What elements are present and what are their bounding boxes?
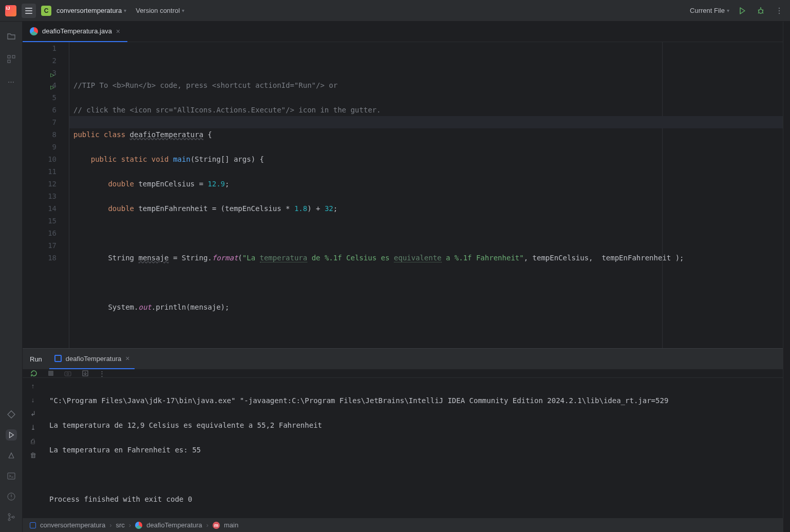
- top-toolbar-left: C conversortemperatura ▾ Version control…: [5, 4, 184, 18]
- breadcrumb-item[interactable]: conversortemperatura: [40, 521, 105, 529]
- console-line: La temperatura en Fahrenheit es: 55: [49, 444, 777, 456]
- run-body: ↑ ↓ ↲ ⤓ ⎙ 🗑 "C:\Program Files\Java\jdk-1…: [23, 378, 783, 532]
- run-toolbar: ⋮: [23, 369, 783, 378]
- console-gutter: ↑ ↓ ↲ ⤓ ⎙ 🗑: [23, 378, 43, 532]
- run-tool-window: Run deafioTemperatura × ⋮ ↑: [23, 348, 783, 518]
- git-tool-icon[interactable]: [6, 511, 17, 523]
- structure-tool-icon[interactable]: [6, 53, 17, 65]
- method-icon: m: [213, 522, 220, 529]
- vcs-label: Version control: [136, 7, 180, 14]
- close-tab-icon[interactable]: ×: [125, 354, 129, 363]
- project-badge: C: [41, 6, 51, 16]
- editor-tabs: deafioTemperatura.java ×: [23, 22, 783, 42]
- run-button[interactable]: [737, 5, 748, 16]
- chevron-down-icon: ▾: [124, 8, 126, 13]
- run-tool-title: Run: [30, 355, 42, 363]
- chevron-down-icon: ▾: [182, 8, 184, 13]
- console-line: La temperatura de 12,9 Celsius es equiva…: [49, 419, 777, 431]
- code-content[interactable]: //TIP To <b>Run</b> code, press <shortcu…: [69, 42, 783, 348]
- run-config-selector[interactable]: Current File ▾: [690, 7, 729, 14]
- scroll-end-icon[interactable]: ⤓: [30, 424, 36, 431]
- chevron-right-icon: ›: [109, 521, 111, 529]
- run-tabs: Run deafioTemperatura ×: [23, 349, 783, 369]
- debug-button[interactable]: [755, 5, 766, 16]
- svg-point-10: [8, 514, 10, 516]
- main-area: ⋯ deafioTemperatura.java ×: [0, 22, 790, 532]
- java-class-icon: [30, 27, 38, 35]
- editor-tab[interactable]: deafioTemperatura.java ×: [23, 22, 127, 42]
- svg-point-11: [8, 519, 10, 521]
- svg-rect-13: [48, 371, 53, 376]
- stop-button[interactable]: [47, 370, 54, 377]
- svg-rect-6: [8, 60, 10, 63]
- svg-point-3: [779, 12, 780, 13]
- breadcrumb-item[interactable]: src: [116, 521, 125, 529]
- app-window: C conversortemperatura ▾ Version control…: [0, 0, 790, 532]
- wrap-icon[interactable]: ↲: [30, 410, 36, 417]
- run-config-label: Current File: [690, 7, 725, 14]
- more-tools-icon[interactable]: ⋯: [6, 76, 17, 87]
- more-icon[interactable]: ⋮: [99, 370, 105, 377]
- svg-rect-14: [65, 372, 71, 376]
- editor-gutter: 1 2 3▷ 4▷ 5 6 7 8 9 10 11 12 13 14 15 16: [23, 42, 69, 348]
- code-editor[interactable]: 1 2 3▷ 4▷ 5 6 7 8 9 10 11 12 13 14 15 16: [23, 42, 783, 348]
- top-toolbar: C conversortemperatura ▾ Version control…: [0, 0, 790, 22]
- console-line: Process finished with exit code 0: [49, 493, 777, 505]
- svg-point-12: [12, 516, 14, 518]
- java-class-icon: [135, 522, 142, 529]
- rerun-button[interactable]: [30, 369, 38, 377]
- left-tool-rail: ⋯: [0, 22, 23, 532]
- build-tool-icon[interactable]: [6, 450, 17, 461]
- svg-rect-8: [8, 473, 15, 479]
- print-icon[interactable]: ⎙: [31, 438, 35, 445]
- svg-point-1: [779, 7, 780, 8]
- current-line-highlight: [69, 116, 783, 128]
- center-area: deafioTemperatura.java × 1 2 3▷ 4▷ 5 6 7…: [23, 22, 783, 532]
- svg-marker-7: [8, 411, 15, 418]
- trash-icon[interactable]: 🗑: [30, 451, 36, 459]
- svg-rect-5: [12, 55, 15, 58]
- project-selector[interactable]: conversortemperatura ▾: [57, 7, 126, 14]
- top-toolbar-right: Current File ▾: [690, 5, 785, 16]
- vcs-menu[interactable]: Version control ▾: [136, 7, 184, 14]
- svg-point-2: [779, 10, 780, 11]
- chevron-right-icon: ›: [206, 521, 209, 529]
- navigation-breadcrumb: conversortemperatura › src › deafioTempe…: [23, 518, 783, 532]
- chevron-right-icon: ›: [129, 521, 131, 529]
- chevron-down-icon: ▾: [727, 8, 729, 13]
- run-config-tab[interactable]: deafioTemperatura ×: [49, 349, 135, 369]
- project-name: conversortemperatura: [57, 7, 122, 14]
- camera-icon[interactable]: [64, 369, 72, 377]
- run-tool-icon[interactable]: [6, 429, 17, 441]
- intellij-logo-icon: [5, 5, 16, 16]
- problems-tool-icon[interactable]: [6, 491, 17, 502]
- export-icon[interactable]: [81, 369, 89, 377]
- terminal-tool-icon[interactable]: [6, 470, 17, 482]
- more-actions-button[interactable]: [774, 5, 785, 16]
- module-icon: [30, 522, 36, 528]
- console-line: "C:\Program Files\Java\jdk-17\bin\java.e…: [49, 394, 777, 407]
- close-tab-icon[interactable]: ×: [116, 27, 120, 35]
- right-gutter-stripe: [783, 22, 790, 532]
- main-menu-button[interactable]: [22, 4, 36, 18]
- breadcrumb-item[interactable]: main: [224, 521, 238, 529]
- down-arrow-icon[interactable]: ↓: [31, 396, 35, 404]
- svg-point-15: [67, 373, 69, 375]
- svg-rect-4: [8, 55, 10, 58]
- editor-tab-name: deafioTemperatura.java: [42, 27, 112, 35]
- run-config-name: deafioTemperatura: [66, 355, 121, 363]
- application-icon: [54, 355, 62, 362]
- console-line: [49, 468, 777, 481]
- up-arrow-icon[interactable]: ↑: [31, 382, 35, 390]
- breadcrumb-item[interactable]: deafioTemperatura: [146, 521, 202, 529]
- services-tool-icon[interactable]: [6, 409, 17, 420]
- project-tool-icon[interactable]: [6, 31, 17, 42]
- console-output[interactable]: "C:\Program Files\Java\jdk-17\bin\java.e…: [43, 378, 783, 532]
